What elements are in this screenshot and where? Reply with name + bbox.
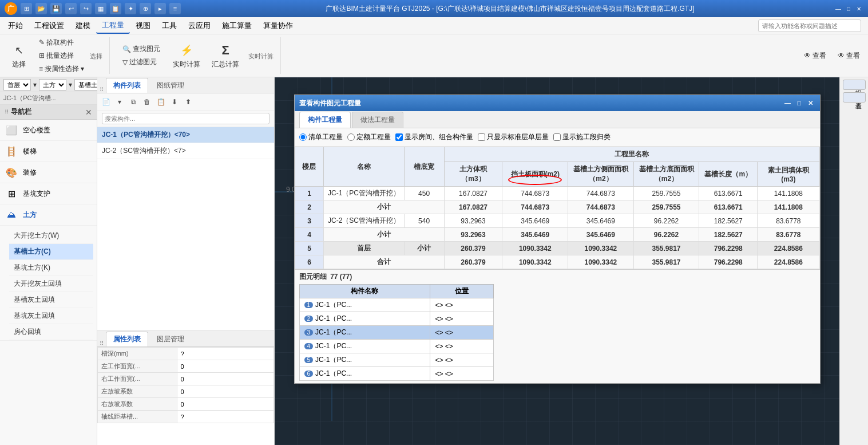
attr-val-right-slope[interactable]: 0 — [177, 398, 274, 411]
pick-component-button[interactable]: ✎ 拾取构件 — [35, 37, 88, 49]
filter-element-button[interactable]: ▽ 过滤图元 — [119, 56, 164, 68]
view-button-2[interactable]: 👁 查看 — [834, 50, 863, 62]
paste-button[interactable]: 📋 — [154, 96, 167, 108]
realtime-calc-button[interactable]: ⚡ 实时计算 — [168, 40, 205, 72]
checkbox-show-rooms[interactable]: 显示房间、组合构件量 — [395, 132, 473, 142]
nav-item-stairs[interactable]: 🪜 楼梯 — [0, 141, 97, 162]
menu-project-settings[interactable]: 工程设置 — [29, 18, 70, 33]
menu-modeling[interactable]: 建模 — [70, 18, 96, 33]
title-icon-1[interactable]: ⊞ — [21, 3, 32, 14]
title-icon-undo[interactable]: ↩ — [65, 3, 77, 14]
dialog-minimize[interactable]: — — [783, 99, 792, 108]
minimize-button[interactable]: — — [834, 4, 843, 13]
tab-drawing-mgmt[interactable]: 图纸管理 — [149, 78, 192, 93]
sub-item-open-excavation[interactable]: 大开挖土方(W) — [9, 228, 93, 244]
menu-cloud[interactable]: 云应用 — [183, 18, 216, 33]
tab-component-list[interactable]: 构件列表 — [106, 78, 148, 93]
sub-item-open-lime-fill[interactable]: 大开挖灰土回填 — [9, 276, 93, 292]
tab-attr-list[interactable]: 属性列表 — [106, 332, 148, 346]
dialog-overlay: 查看构件图元工程量 — □ ✕ 构件工程量 做法工程量 清单 — [275, 77, 839, 445]
attr-val-left-width[interactable]: 0 — [177, 360, 274, 373]
attr-val-axis-dist[interactable]: ? — [177, 411, 274, 423]
right-btn-view[interactable]: 查看 — [843, 92, 866, 103]
attr-val-left-slope[interactable]: 0 — [177, 385, 274, 398]
nav-item-foundation-support[interactable]: ⊞ 基坑支护 — [0, 183, 97, 204]
import-button[interactable]: ⬇ — [168, 96, 181, 108]
sub-item-pit-excavation[interactable]: 基坑土方(K) — [9, 260, 93, 276]
checkbox-construction-input[interactable] — [553, 133, 561, 141]
batch-select-button[interactable]: ⊞ 批量选择 — [35, 50, 88, 62]
right-btn-report[interactable]: 报 — [843, 80, 866, 90]
attr-val-right-width[interactable]: 0 — [177, 373, 274, 385]
mini-cell-name-5: 5JC-1（PC... — [299, 353, 430, 367]
menu-collab[interactable]: 算量协作 — [257, 18, 299, 33]
attr-select-button[interactable]: ≡ 按属性选择 ▾ — [35, 63, 88, 75]
component-search-input[interactable] — [102, 113, 269, 124]
sub-item-pit-lime-fill[interactable]: 基坑灰土回填 — [9, 308, 93, 324]
menu-start[interactable]: 开始 — [2, 18, 29, 33]
title-icon-8[interactable]: ▸ — [154, 3, 166, 14]
checkbox-show-rooms-input[interactable] — [395, 133, 403, 141]
view-button-1[interactable]: 👁 查看 — [800, 50, 830, 62]
floor-select[interactable]: 首层 — [3, 79, 31, 90]
sub-item-trench-excavation[interactable]: 基槽土方(C) — [9, 244, 93, 260]
attr-icon: ≡ — [39, 65, 43, 73]
select-button[interactable]: ↖ 选择 — [5, 40, 33, 72]
title-icon-redo[interactable]: ↪ — [80, 3, 92, 14]
category-select[interactable]: 土方 — [39, 79, 66, 90]
nav-item-hollow-slab[interactable]: ⬜ 空心楼盖 — [0, 120, 97, 141]
menu-quantities[interactable]: 工程量 — [96, 18, 130, 34]
title-icon-4[interactable]: ▦ — [95, 3, 106, 14]
radio-clearing[interactable]: 清单工程量 — [299, 132, 343, 142]
title-icon-7[interactable]: ⊕ — [140, 3, 151, 14]
title-icon-5[interactable]: 📋 — [110, 3, 121, 14]
component-item-jc1[interactable]: JC-1（PC管沟槽开挖）<70> — [97, 127, 274, 143]
total-calc-button[interactable]: Σ 汇总计算 — [207, 40, 244, 72]
checkbox-construction-section[interactable]: 显示施工段归类 — [553, 132, 611, 142]
attr-name-left-width: 左工作面宽(... — [98, 360, 177, 373]
row-num-3: 3 — [295, 214, 324, 228]
mini-cell-name-3: 3JC-1（PC... — [299, 326, 430, 340]
delete-button[interactable]: 🗑 — [141, 96, 153, 108]
export-button[interactable]: ⬆ — [182, 96, 195, 108]
title-icon-6[interactable]: ✦ — [125, 3, 136, 14]
radio-clearing-input[interactable] — [299, 133, 307, 141]
dialog-tab-component[interactable]: 构件工程量 — [299, 112, 351, 128]
component-item-jc2[interactable]: JC-2（SC管沟槽开挖）<7> — [97, 143, 274, 159]
nav-close-button[interactable]: ✕ — [85, 108, 92, 117]
title-icon-3[interactable]: 💾 — [50, 3, 62, 14]
attr-panel-tabs: ⠿ 属性列表 图层管理 — [97, 331, 274, 347]
checkbox-standard-floor-input[interactable] — [478, 133, 485, 141]
close-button[interactable]: ✕ — [854, 4, 863, 13]
cell-v6-3: 83.6778 — [758, 214, 819, 228]
radio-quota-input[interactable] — [347, 133, 355, 141]
dialog-tab-method[interactable]: 做法工程量 — [352, 112, 403, 128]
find-element-button[interactable]: 🔍 查找图元 — [119, 43, 164, 55]
radio-quota-label: 定额工程量 — [356, 132, 391, 142]
menu-tools[interactable]: 工具 — [156, 18, 183, 33]
menu-search-input[interactable] — [758, 19, 861, 32]
new-component-button[interactable]: 📄 — [100, 96, 112, 108]
title-icon-9[interactable]: ≡ — [169, 3, 181, 14]
dialog-close[interactable]: ✕ — [806, 99, 815, 108]
copy-button[interactable]: ⧉ — [127, 96, 140, 108]
dropdown-button[interactable]: ▾ — [113, 96, 126, 108]
cell-subtotal-4: 小计 — [324, 228, 444, 242]
attr-val-depth[interactable]: ? — [177, 348, 274, 360]
sub-item-trench-lime-fill[interactable]: 基槽灰土回填 — [9, 292, 93, 308]
canvas-area[interactable]: 楼栋2×S0... 9.000 查看构件图元工程量 — □ ✕ 构 — [275, 77, 839, 445]
menu-construction[interactable]: 施工算量 — [216, 18, 257, 33]
title-icon-2[interactable]: 📂 — [35, 3, 47, 14]
left-sidebar: 首层 ▾ 土方 ▾ 基槽土方 JC-1（PC管沟槽... ⠿ 导航栏 ✕ ⬜ 空… — [0, 77, 97, 445]
checkbox-standard-floor[interactable]: 只显示标准层单层量 — [478, 132, 549, 142]
nav-item-earthwork[interactable]: ⛰ 土方 — [0, 204, 97, 226]
menu-view[interactable]: 视图 — [130, 18, 156, 33]
sub-item-room-fill[interactable]: 房心回填 — [9, 324, 93, 340]
nav-item-decoration[interactable]: 🎨 装修 — [0, 162, 97, 183]
dialog-maximize[interactable]: □ — [795, 99, 804, 108]
component-jc1-label: JC-1（PC管沟槽开挖）<70> — [102, 130, 190, 140]
tab-layer-mgmt[interactable]: 图层管理 — [149, 332, 192, 346]
radio-quota[interactable]: 定额工程量 — [347, 132, 391, 142]
cell-v5-1: 613.6671 — [699, 187, 758, 200]
maximize-button[interactable]: □ — [844, 4, 853, 13]
